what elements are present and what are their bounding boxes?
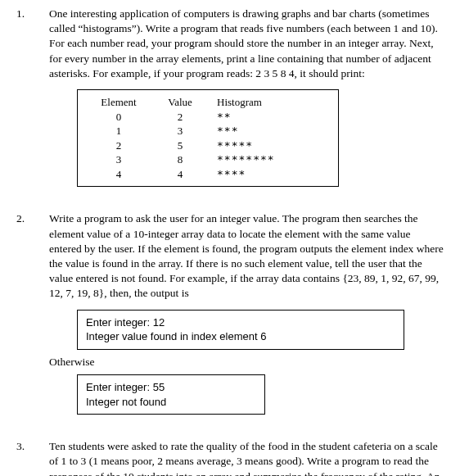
problem-number: 2. (16, 211, 49, 226)
problem-text: Write a program to ask the user for an i… (49, 211, 444, 301)
histogram-row: 4 4 **** (86, 167, 330, 182)
cell-value: 8 (151, 152, 209, 167)
io-line: Integer value found in index element 6 (86, 329, 395, 344)
sample-output-box-found: Enter integer: 12 Integer value found in… (77, 310, 404, 350)
problem-number: 1. (16, 7, 49, 21)
cell-value: 5 (151, 138, 209, 153)
problem-text: Ten students were asked to rate the qual… (49, 439, 444, 476)
header-histogram: Histogram (209, 95, 330, 110)
problem-number: 3. (16, 439, 49, 454)
histogram-header-row: Element Value Histogram (86, 95, 330, 110)
problem-body: Write a program to ask the user for an i… (49, 211, 444, 419)
cell-bar: ******** (209, 152, 330, 167)
cell-element: 4 (86, 167, 151, 182)
cell-value: 3 (151, 124, 209, 138)
problem-1: 1. One interesting application of comput… (16, 7, 444, 192)
io-line: Enter integer: 12 (86, 315, 395, 330)
problem-text: One interesting application of computers… (49, 7, 444, 81)
histogram-row: 2 5 ***** (86, 138, 330, 153)
cell-bar: **** (209, 167, 330, 182)
header-value: Value (151, 95, 209, 110)
cell-value: 4 (151, 167, 209, 182)
otherwise-label: Otherwise (49, 355, 444, 369)
histogram-output-box: Element Value Histogram 0 2 ** 1 3 *** 2… (77, 89, 339, 187)
io-line: Integer not found (86, 395, 256, 410)
io-line: Enter integer: 55 (86, 380, 256, 395)
histogram-row: 1 3 *** (86, 124, 330, 138)
cell-element: 1 (86, 124, 151, 138)
problem-body: Ten students were asked to rate the qual… (49, 439, 444, 476)
cell-element: 2 (86, 138, 151, 153)
header-element: Element (86, 95, 151, 110)
cell-bar: ** (209, 110, 330, 125)
histogram-row: 3 8 ******** (86, 152, 330, 167)
problem-body: One interesting application of computers… (49, 7, 444, 192)
cell-bar: ***** (209, 138, 330, 153)
cell-element: 3 (86, 152, 151, 167)
problem-3: 3. Ten students were asked to rate the q… (16, 439, 444, 476)
cell-element: 0 (86, 110, 151, 125)
histogram-row: 0 2 ** (86, 110, 330, 125)
cell-bar: *** (209, 124, 330, 138)
sample-output-box-notfound: Enter integer: 55 Integer not found (77, 374, 265, 415)
cell-value: 2 (151, 110, 209, 125)
problem-2: 2. Write a program to ask the user for a… (16, 211, 444, 419)
